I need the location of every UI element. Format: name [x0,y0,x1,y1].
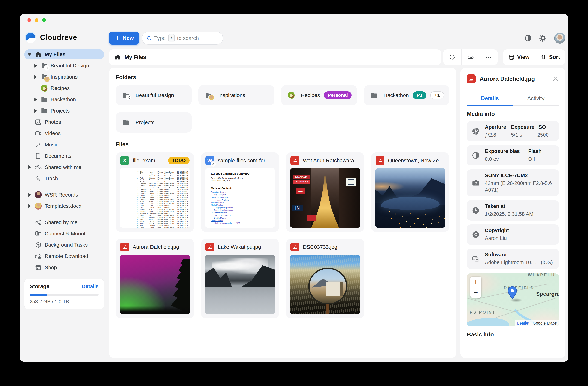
sidebar-item-shop[interactable]: Shop [24,262,104,273]
details-panel: Aurora Dalefield.jpg DetailsActivity Med… [461,68,565,358]
sidebar-item-shared-by-me[interactable]: Shared by me [24,217,104,227]
sidebar-item-trash[interactable]: Trash [24,173,104,184]
file-card-sample-files-com-form[interactable]: W sample-files.com-form… Q3 2024 Executi… [201,152,279,232]
basic-info-title: Basic info [467,331,559,338]
view-grid-icon [508,54,515,60]
sidebar-item-beautiful-design[interactable]: Beautiful Design [24,61,104,71]
sidebar-item-documents[interactable]: Documents [24,151,104,161]
theme-toggle-button[interactable] [524,34,532,42]
folder-card-inspirations[interactable]: Inspirations [198,85,274,106]
share-badge-icon [44,65,50,71]
file-card-dsc03733-jpg[interactable]: DSC03733.jpg [286,239,364,319]
storage-progress-fill [30,294,47,296]
folder-card-beautiful-design[interactable]: Beautiful Design [116,85,192,106]
tab-details[interactable]: Details [467,92,513,105]
media-info-label: Copyright [485,228,554,233]
media-info-label: Exposure bias [485,148,526,154]
sidebar-item-label: Shared with me [45,164,81,170]
breadcrumb[interactable]: My Files [109,49,441,65]
caret-right-icon [32,75,39,79]
sidebar-item-templates-docx[interactable]: Templates.docx [24,201,104,211]
view-button[interactable]: View [503,49,535,65]
storage-title: Storage [30,283,49,289]
tags-button[interactable] [461,49,480,65]
media-info-value: 0.0 ev [485,156,526,162]
file-card-file-example[interactable]: X file_example… TODO 7EttaHurnFemaleGrea… [116,152,194,232]
sidebar-item-videos[interactable]: Videos [24,128,104,138]
sidebar-item-my-files[interactable]: My Files [24,49,104,60]
refresh-button[interactable] [443,49,461,65]
shop-icon [33,264,43,271]
sidebar-item-hackathon[interactable]: Hackathon [24,94,104,105]
sort-button[interactable]: Sort [535,49,565,65]
file-name: file_example… [133,158,164,164]
maximize-window-button[interactable] [42,18,46,22]
media-info-label: Taken at [485,203,554,209]
folder-share-icon [121,92,131,99]
sidebar-item-connect-mount[interactable]: Connect & Mount [24,228,104,239]
file-card-queenstown-new-zeal[interactable]: Queenstown, New Zeal… [371,152,450,232]
sidebar-item-wsr-records[interactable]: WSR Records [24,190,104,200]
media-info-title: Media info [467,111,559,117]
sidebar-item-photos[interactable]: Photos [24,117,104,127]
caret-right-icon [32,108,39,113]
media-info-label: SONY ILCE-7CM2 [485,172,554,178]
folder-badge: P1 [413,91,426,99]
sidebar-item-shared-with-me[interactable]: Shared with me [24,162,104,172]
sidebar-item-label: Inspirations [51,74,78,80]
more-actions-button[interactable] [480,49,498,65]
cloud-download-icon [33,253,43,260]
folder-icon [369,92,379,99]
caret-right-icon [26,204,33,208]
sidebar-item-music[interactable]: Music [24,140,104,150]
file-card-wat-arun-ratchawarar[interactable]: Wat Arun Ratchawarar… Riverside✦ VIEW AR… [286,152,364,232]
folder-card-recipes[interactable]: Recipes Personal [281,85,357,106]
devices-icon [33,230,43,237]
file-name: Lake Wakatipu.jpg [218,244,261,250]
zoom-out-button[interactable]: − [470,287,481,298]
user-avatar[interactable] [554,33,565,43]
minimize-window-button[interactable] [35,18,39,22]
sidebar-item-background-tasks[interactable]: Background Tasks [24,240,104,250]
folder-card-projects[interactable]: Projects [116,112,192,133]
media-info-label: Software [485,252,554,257]
brand-name: Cloudreve [40,33,77,42]
folder-name: Inspirations [218,92,245,98]
leaflet-link[interactable]: Leaflet [517,321,529,325]
file-card-lake-wakatipu-jpg[interactable]: Lake Wakatipu.jpg [201,239,279,319]
image-file-icon [467,74,476,83]
sidebar-item-remote-download[interactable]: Remote Download [24,251,104,261]
zoom-in-button[interactable]: + [470,277,481,287]
map-pin-icon [507,286,517,300]
clock-icon [471,206,480,214]
settings-button[interactable] [539,34,547,42]
new-button[interactable]: New [109,32,139,45]
copyright-icon [471,231,480,239]
image-file-icon [206,243,214,251]
file-name: Wat Arun Ratchawarar… [303,158,360,164]
storage-details-link[interactable]: Details [82,283,99,289]
map-label-speargrass: Speargra [536,291,559,297]
sidebar-item-recipes[interactable]: Recipes [24,83,104,93]
file-card-aurora-dalefield-jpg[interactable]: Aurora Dalefield.jpg [116,239,194,319]
sidebar-item-inspirations[interactable]: Inspirations [24,72,104,82]
sidebar-item-projects[interactable]: Projects [24,106,104,116]
folder-badge: Personal [324,91,352,99]
close-panel-button[interactable] [552,76,559,82]
media-info-label: Flash [528,148,554,154]
file-name: Aurora Dalefield.jpg [133,244,179,250]
avatar-man-icon [33,191,43,198]
search-input[interactable]: Type / to search [142,32,223,45]
close-window-button[interactable] [27,18,31,22]
search-icon [146,35,152,41]
media-info-value: 2500 [537,131,554,138]
tab-activity[interactable]: Activity [513,92,559,105]
sidebar-item-label: Hackathon [51,96,76,103]
share-badge-icon [211,162,216,167]
sidebar: Cloudreve My Files Beautiful Design Insp… [20,14,104,362]
folder-card-hackathon[interactable]: Hackathon P1+1 [364,85,449,106]
halfmoon-icon [471,151,480,159]
avocado-icon [39,85,49,92]
photo-thumbnail [290,255,360,314]
location-map[interactable]: WHAREHU DALEFIELD Speargra RS POINT + − … [467,274,559,326]
